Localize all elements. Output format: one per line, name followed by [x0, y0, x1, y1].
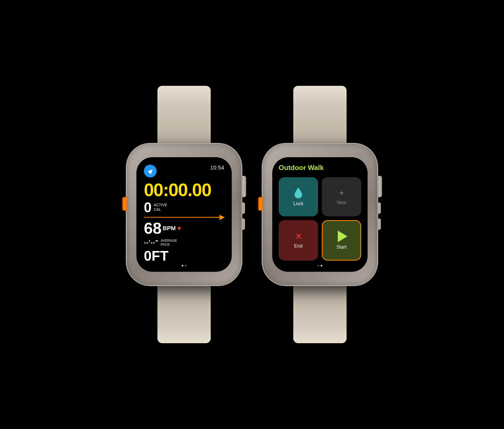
end-button[interactable]: End: [279, 220, 318, 261]
workout-header: 10:54: [144, 165, 224, 177]
side-button-bottom-2: [377, 218, 381, 230]
page-indicator-2: [279, 265, 361, 266]
band-bottom-2: [293, 285, 347, 343]
action-button-1[interactable]: [123, 197, 127, 211]
pace-row: --'--" AVERAGE PACE: [144, 238, 224, 247]
current-time: 10:54: [210, 165, 224, 171]
distance-value: 0FT: [144, 249, 224, 263]
workout-screen: 10:54 00:00.00 0 ACTIVE CAL 68 BPM ♥: [136, 157, 232, 272]
watch-body-2: Outdoor Walk Lock New: [263, 144, 377, 285]
band-top-1: [157, 86, 211, 144]
action-button-2[interactable]: [258, 197, 263, 211]
side-button-top-2[interactable]: [377, 203, 381, 214]
bpm-value: 68: [144, 220, 162, 236]
compass-arrow-icon: [148, 168, 154, 174]
x-icon: [294, 232, 303, 241]
page-indicator-1: [144, 263, 224, 266]
calorie-count: 0: [144, 200, 152, 214]
end-label: End: [294, 243, 303, 249]
plus-icon: [337, 188, 346, 198]
navigation-icon: [144, 165, 157, 177]
menu-grid: Lock New End Start: [279, 177, 361, 261]
workout-menu-screen: Outdoor Walk Lock New: [272, 157, 368, 272]
dot-2: [185, 265, 186, 266]
lock-label: Lock: [293, 201, 303, 207]
band-bottom-1: [157, 285, 211, 343]
play-icon: [338, 230, 347, 242]
digital-crown-2[interactable]: [377, 176, 382, 197]
heart-rate-row: 68 BPM ♥: [144, 220, 224, 236]
pace-label: AVERAGE PACE: [161, 238, 177, 247]
new-workout-button[interactable]: New: [322, 177, 361, 216]
watch-2: Outdoor Walk Lock New: [263, 86, 377, 343]
side-button-bottom-1: [241, 218, 245, 230]
pace-label-1: AVERAGE: [161, 238, 177, 243]
start-button[interactable]: Start: [322, 220, 361, 261]
watch-screen-1: 10:54 00:00.00 0 ACTIVE CAL 68 BPM ♥: [136, 157, 232, 272]
lock-button[interactable]: Lock: [279, 177, 318, 216]
bpm-unit: BPM: [163, 225, 176, 232]
calories-row: 0 ACTIVE CAL: [144, 200, 224, 214]
digital-crown-1[interactable]: [241, 176, 246, 197]
band-top-2: [293, 86, 347, 144]
dot-1: [182, 265, 183, 266]
watch-body-1: 10:54 00:00.00 0 ACTIVE CAL 68 BPM ♥: [127, 144, 241, 285]
calorie-label: ACTIVE CAL: [154, 203, 167, 212]
menu-dot-2: [321, 265, 322, 266]
progress-arrow: [144, 217, 224, 218]
menu-dot-1: [318, 265, 319, 266]
watch-1: 10:54 00:00.00 0 ACTIVE CAL 68 BPM ♥: [127, 86, 241, 343]
side-button-top-1[interactable]: [241, 203, 245, 214]
calorie-label-1: ACTIVE: [154, 203, 167, 207]
watch-screen-2: Outdoor Walk Lock New: [272, 157, 368, 272]
workout-title: Outdoor Walk: [279, 164, 361, 172]
pace-value: --'--": [144, 239, 158, 246]
start-label: Start: [336, 244, 347, 250]
water-drop-icon: [294, 187, 303, 199]
pace-label-2: PACE: [161, 242, 177, 247]
heart-icon: ♥: [177, 225, 181, 232]
workout-timer: 00:00.00: [144, 181, 224, 199]
calorie-label-2: CAL: [154, 207, 167, 212]
new-label: New: [337, 200, 346, 205]
